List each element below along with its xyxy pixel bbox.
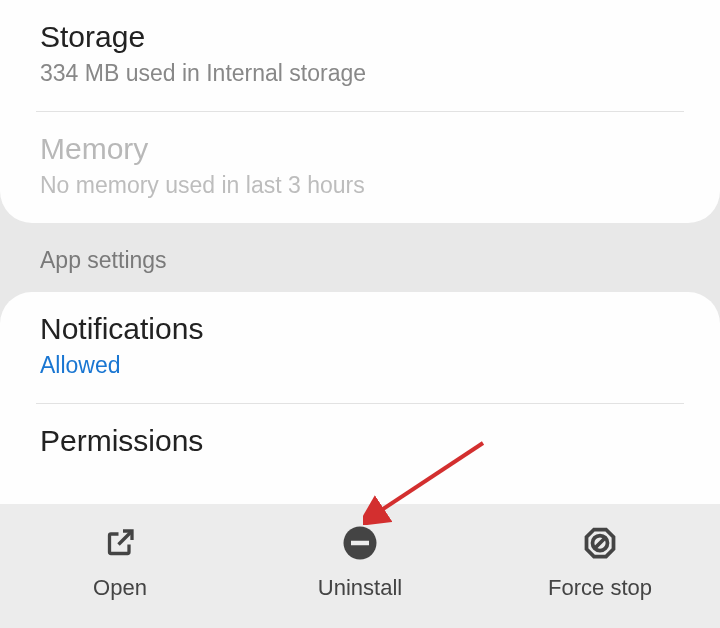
- open-icon: [100, 523, 140, 563]
- storage-item[interactable]: Storage 334 MB used in Internal storage: [0, 0, 720, 111]
- force-stop-label: Force stop: [548, 575, 652, 601]
- permissions-title: Permissions: [40, 424, 680, 458]
- svg-rect-1: [351, 541, 369, 546]
- memory-sub: No memory used in last 3 hours: [40, 172, 680, 199]
- notifications-status: Allowed: [40, 352, 680, 379]
- svg-line-3: [595, 538, 606, 549]
- uninstall-label: Uninstall: [318, 575, 402, 601]
- notifications-title: Notifications: [40, 312, 680, 346]
- block-icon: [580, 523, 620, 563]
- bottom-bar: Open Uninstall Force stop: [0, 504, 720, 628]
- section-header: App settings: [0, 223, 720, 292]
- memory-item[interactable]: Memory No memory used in last 3 hours: [0, 112, 720, 223]
- uninstall-icon: [340, 523, 380, 563]
- force-stop-button[interactable]: Force stop: [500, 523, 700, 601]
- storage-title: Storage: [40, 20, 680, 54]
- open-button[interactable]: Open: [20, 523, 220, 601]
- notifications-item[interactable]: Notifications Allowed: [0, 292, 720, 403]
- open-label: Open: [93, 575, 147, 601]
- storage-sub: 334 MB used in Internal storage: [40, 60, 680, 87]
- uninstall-button[interactable]: Uninstall: [260, 523, 460, 601]
- memory-title: Memory: [40, 132, 680, 166]
